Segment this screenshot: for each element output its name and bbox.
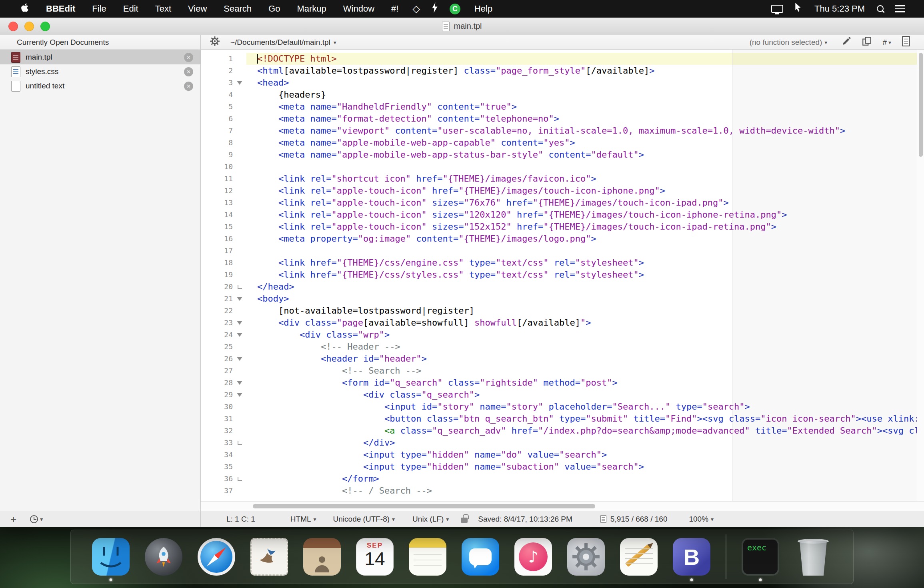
dock-safari-icon[interactable] xyxy=(198,538,235,576)
menu-shebang[interactable]: #! xyxy=(383,0,407,18)
encoding-menu[interactable]: Unicode (UTF-8) ▾ xyxy=(333,515,395,524)
title-bar[interactable]: main.tpl xyxy=(0,18,924,35)
menu-markup[interactable]: Markup xyxy=(288,0,334,18)
dock-itunes-icon[interactable]: ♪ xyxy=(514,538,552,576)
dock-mail-icon[interactable] xyxy=(250,538,288,576)
language-menu[interactable]: HTML ▾ xyxy=(290,515,316,524)
code-text[interactable]: <meta name="HandheldFriendly" content="t… xyxy=(246,101,924,113)
dock-messages-icon[interactable] xyxy=(462,538,499,576)
dock-finder-icon[interactable] xyxy=(92,538,130,576)
add-document-button[interactable]: + xyxy=(10,514,16,524)
fold-toggle-icon[interactable] xyxy=(233,77,246,89)
line-endings-menu[interactable]: Unix (LF) ▾ xyxy=(412,515,449,524)
file-path-menu[interactable]: ~/Documents/Default/main.tpl ▾ xyxy=(230,38,336,47)
code-line-26[interactable]: 26 <header id="header"> xyxy=(201,353,924,365)
code-text[interactable]: <meta name="apple-mobile-web-app-status-… xyxy=(246,149,924,161)
code-line-18[interactable]: 18 <link href="{THEME}/css/engine.css" t… xyxy=(201,257,924,269)
code-line-15[interactable]: 15 <link rel="apple-touch-icon" sizes="1… xyxy=(201,221,924,233)
function-selector[interactable]: (no function selected) ▾ xyxy=(750,38,828,47)
code-line-31[interactable]: 31 <button class="btn q_search_btn" type… xyxy=(201,413,924,425)
scripts-menu[interactable]: ◇ xyxy=(407,0,425,18)
dock-launchpad-icon[interactable] xyxy=(145,538,182,576)
zoom-window-button[interactable] xyxy=(40,22,50,31)
code-text[interactable]: <div class="q_search"> xyxy=(246,389,924,401)
airplay-menu[interactable] xyxy=(766,0,789,18)
code-line-10[interactable]: 10 xyxy=(201,161,924,173)
code-line-17[interactable]: 17 xyxy=(201,245,924,257)
close-document-icon[interactable]: × xyxy=(184,82,193,91)
code-text[interactable]: <link rel="shortcut icon" href="{THEME}/… xyxy=(246,173,924,185)
code-line-9[interactable]: 9 <meta name="apple-mobile-web-app-statu… xyxy=(201,149,924,161)
close-document-icon[interactable]: × xyxy=(184,53,193,62)
code-line-34[interactable]: 34 <input type="hidden" name="do" value=… xyxy=(201,449,924,461)
dock-calendar-icon[interactable]: SEP 14 xyxy=(356,538,394,576)
code-line-20[interactable]: 20</head> xyxy=(201,281,924,293)
code-text[interactable]: <div class="page[available=showfull] sho… xyxy=(246,317,924,329)
menu-file[interactable]: File xyxy=(84,0,114,18)
code-line-12[interactable]: 12 <link rel="apple-touch-icon" href="{T… xyxy=(201,185,924,197)
code-editor[interactable]: 1<!DOCTYPE html>2<html[available=lostpas… xyxy=(201,50,924,511)
sidebar-item-untitled-text[interactable]: untitled text × xyxy=(0,79,200,93)
dock-textedit-icon[interactable] xyxy=(620,538,658,576)
code-line-2[interactable]: 2<html[available=lostpassword|register] … xyxy=(201,65,924,77)
code-line-5[interactable]: 5 <meta name="HandheldFriendly" content=… xyxy=(201,101,924,113)
code-text[interactable]: <input type="hidden" name="do" value="se… xyxy=(246,449,924,461)
notification-center-menu[interactable] xyxy=(890,0,910,18)
code-text[interactable]: </form> xyxy=(246,473,924,485)
menu-edit[interactable]: Edit xyxy=(115,0,147,18)
code-line-25[interactable]: 25 <!-- Header --> xyxy=(201,341,924,353)
fold-toggle-icon[interactable] xyxy=(233,389,246,401)
code-line-11[interactable]: 11 <link rel="shortcut icon" href="{THEM… xyxy=(201,173,924,185)
code-text[interactable]: <a class="q_search_adv" href="/index.php… xyxy=(246,425,924,437)
code-text[interactable]: {headers} xyxy=(246,89,924,101)
minimize-window-button[interactable] xyxy=(24,22,34,31)
fold-toggle-icon[interactable] xyxy=(233,353,246,365)
code-line-1[interactable]: 1<!DOCTYPE html> xyxy=(201,53,924,65)
code-line-28[interactable]: 28 <form id="q_search" class="rightside"… xyxy=(201,377,924,389)
code-line-35[interactable]: 35 <input type="hidden" name="subaction"… xyxy=(201,461,924,473)
code-line-37[interactable]: 37 <!-- / Search --> xyxy=(201,485,924,497)
apple-menu[interactable] xyxy=(12,0,38,18)
horizontal-scrollbar-thumb[interactable] xyxy=(253,504,595,508)
code-text[interactable]: <input type="hidden" name="subaction" va… xyxy=(246,461,924,473)
recent-documents-button[interactable]: ▾ xyxy=(30,515,43,523)
menu-window[interactable]: Window xyxy=(335,0,383,18)
fold-toggle-icon[interactable] xyxy=(233,317,246,329)
fold-toggle-icon[interactable] xyxy=(233,293,246,305)
code-line-3[interactable]: 3<head> xyxy=(201,77,924,89)
code-text[interactable] xyxy=(246,245,924,257)
code-line-22[interactable]: 22 [not-available=lostpassword|register] xyxy=(201,305,924,317)
document-options-button[interactable] xyxy=(898,36,914,48)
counterparts-button[interactable] xyxy=(858,36,875,48)
code-text[interactable]: <link rel="apple-touch-icon" href="{THEM… xyxy=(246,185,924,197)
code-line-6[interactable]: 6 <meta name="format-detection" content=… xyxy=(201,113,924,125)
fold-toggle-icon[interactable] xyxy=(233,329,246,341)
marker-menu[interactable]: # ▾ xyxy=(879,38,894,47)
code-line-13[interactable]: 13 <link rel="apple-touch-icon" sizes="7… xyxy=(201,197,924,209)
menu-bbedit[interactable]: BBEdit xyxy=(38,0,84,18)
close-window-button[interactable] xyxy=(8,22,18,31)
menu-search[interactable]: Search xyxy=(215,0,260,18)
sidebar-item-main-tpl[interactable]: main.tpl × xyxy=(0,50,200,64)
code-line-19[interactable]: 19 <link href="{THEME}/css/styles.css" t… xyxy=(201,269,924,281)
code-line-21[interactable]: 21<body> xyxy=(201,293,924,305)
spotlight-menu[interactable] xyxy=(871,0,890,18)
code-line-27[interactable]: 27 <!-- Search --> xyxy=(201,365,924,377)
code-text[interactable]: </div> xyxy=(246,437,924,449)
dock-contacts-icon[interactable] xyxy=(303,538,341,576)
menu-text[interactable]: Text xyxy=(147,0,180,18)
code-text[interactable]: <!-- Search --> xyxy=(246,365,924,377)
code-text[interactable]: <header id="header"> xyxy=(246,353,924,365)
vertical-scrollbar-thumb[interactable] xyxy=(919,53,923,157)
code-line-14[interactable]: 14 <link rel="apple-touch-icon" sizes="1… xyxy=(201,209,924,221)
code-text[interactable] xyxy=(246,161,924,173)
settings-gear-button[interactable] xyxy=(206,36,223,48)
code-line-16[interactable]: 16 <meta property="og:image" content="{T… xyxy=(201,233,924,245)
horizontal-scrollbar[interactable] xyxy=(201,501,924,511)
code-text[interactable]: <meta name="apple-mobile-web-app-capable… xyxy=(246,137,924,149)
code-line-24[interactable]: 24 <div class="wrp"> xyxy=(201,329,924,341)
code-text[interactable]: <link href="{THEME}/css/styles.css" type… xyxy=(246,269,924,281)
menu-clock[interactable]: Thu 5:23 PM xyxy=(808,4,871,14)
close-document-icon[interactable]: × xyxy=(184,67,193,76)
code-line-4[interactable]: 4 {headers} xyxy=(201,89,924,101)
